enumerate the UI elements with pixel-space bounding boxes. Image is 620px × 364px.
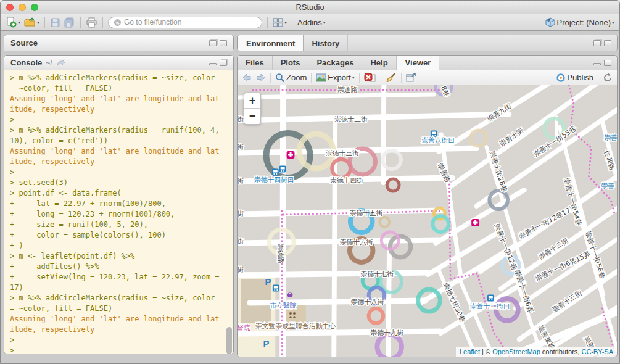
tab-packages[interactable]: Packages [308, 56, 362, 70]
viewer-pane: FilesPlotsPackagesHelpViewer Zoom [237, 55, 618, 357]
bus-wheel [281, 170, 282, 172]
license-link[interactable]: CC-BY-SA [581, 348, 613, 355]
attribution-separator: | [482, 348, 484, 355]
viewer-zoom-button[interactable]: Zoom [275, 73, 307, 83]
community-icon [293, 312, 296, 315]
bus-window [432, 132, 436, 134]
console-line: + lat = 22.97 + rnorm(100)/800, [10, 199, 233, 209]
publish-button[interactable]: Publish [556, 73, 593, 83]
refresh-icon[interactable] [603, 73, 613, 83]
export-image-icon [316, 73, 326, 82]
environment-pane: EnvironmentHistory [237, 35, 618, 51]
leaflet-map[interactable]: PP崇道路崇德十二街崇德十三街崇德十四街崇德十五街崇德十六街崇德十七街崇德十八街… [238, 85, 617, 357]
bus-wheel [283, 170, 284, 172]
goto-file-search[interactable] [108, 17, 262, 28]
console-share-arrow-icon [56, 59, 65, 67]
console-line: + color = sample(colors(), 100) [10, 230, 233, 241]
map-road [388, 241, 389, 357]
console-line: + addTiles() %>% [10, 262, 233, 272]
console-output[interactable]: > m %>% addCircleMarkers(radius = ~size,… [4, 70, 233, 354]
console-line: = ~color, fill = FALSE) [10, 83, 233, 94]
source-pane: Source [4, 35, 234, 51]
map-label: 崇德十五街 [349, 209, 382, 217]
leaflet-link[interactable]: Leaflet [460, 348, 480, 355]
workspace-panes-button[interactable]: ▾ [273, 18, 287, 27]
pane-maximize-icon[interactable] [604, 60, 611, 66]
open-in-new-window-icon[interactable] [406, 73, 416, 82]
clear-all-broom-icon[interactable] [386, 73, 397, 83]
console-line: + size = runif(100, 5, 20), [10, 220, 233, 230]
zoom-window-button[interactable] [31, 4, 38, 11]
map-zoom-out-button[interactable]: − [244, 109, 260, 124]
osm-link[interactable]: OpenStreetMap [492, 348, 540, 355]
minimize-button[interactable] [19, 4, 26, 11]
console-line: 10), color = c('red')) [10, 136, 233, 146]
tab-history[interactable]: History [304, 35, 348, 51]
environment-tabbar: EnvironmentHistory [238, 35, 617, 51]
console-working-dir[interactable]: ~/ [46, 59, 52, 67]
tab-files[interactable]: Files [238, 56, 273, 70]
map-label: 崇德十八街 [350, 298, 384, 306]
console-line: > m %>% addCircleMarkers(radius = runif(… [10, 125, 233, 136]
save-icon [50, 17, 60, 28]
new-file-button[interactable]: ▾ [6, 17, 20, 28]
pane-maximize-icon[interactable] [604, 40, 611, 46]
print-button[interactable] [86, 17, 97, 28]
parking-icon: P [263, 339, 270, 349]
addins-button[interactable]: Addins ▾ [297, 18, 326, 27]
source-maximize-icon[interactable] [220, 40, 227, 46]
map-zoom-control: + − [244, 93, 261, 125]
close-button[interactable] [6, 4, 14, 11]
console-line: + long = 120.23 + rnorm(100)/800, [10, 209, 233, 220]
console-line: Assuming 'long' and 'lat' are longitude … [10, 314, 233, 325]
new-file-caret: ▾ [18, 20, 20, 25]
goto-file-input[interactable] [124, 18, 257, 27]
toolbar-separator [267, 17, 268, 28]
community-icon [289, 312, 292, 315]
console-minimize-icon[interactable] [209, 63, 217, 65]
bus-wheel [276, 289, 278, 291]
tab-help[interactable]: Help [362, 56, 396, 70]
back-arrow-icon[interactable] [242, 73, 252, 82]
window-controls [6, 4, 38, 11]
map-zoom-in-button[interactable]: + [244, 93, 260, 109]
map-label: 崇德十三街 [326, 149, 359, 157]
console-line: > m %>% addCircleMarkers(radius = ~size,… [10, 73, 233, 83]
tab-viewer[interactable]: Viewer [397, 56, 440, 70]
export-button[interactable]: Export ▾ [316, 73, 355, 82]
console-line: > point.df <- data.frame( [10, 188, 233, 199]
project-caret: ▾ [612, 20, 614, 25]
print-icon [86, 17, 97, 28]
open-file-button[interactable]: ▾ [23, 17, 39, 28]
console-restore-icon[interactable] [220, 60, 227, 66]
map-label: 崇善八街口 [421, 136, 455, 144]
new-file-icon [6, 17, 17, 28]
forward-arrow-icon[interactable] [256, 73, 266, 82]
pane-restore-icon[interactable] [593, 40, 601, 46]
save-all-button[interactable] [64, 17, 75, 28]
bus-wheel [489, 299, 490, 300]
console-scrollbar-thumb[interactable] [226, 327, 232, 354]
map-label: 崇德十四街 [330, 176, 363, 184]
map-road [238, 94, 434, 97]
remove-viewer-item-icon[interactable] [364, 73, 376, 83]
svg-text:R: R [548, 19, 551, 22]
save-button[interactable] [50, 17, 60, 28]
map-attribution: Leaflet | © OpenStreetMap contributors, … [456, 347, 617, 357]
project-menu-button[interactable]: R Project: (None) ▾ [545, 17, 614, 27]
viewer-toolbar-separator [381, 73, 381, 83]
tab-plots[interactable]: Plots [273, 56, 309, 70]
bus-window [489, 296, 493, 299]
console-line: > [10, 167, 233, 178]
tab-environment[interactable]: Environment [238, 35, 304, 51]
viewer-zoom-label: Zoom [286, 73, 307, 82]
toolbar-separator [44, 17, 45, 28]
console-line: > m %>% addCircleMarkers(radius = ~size,… [10, 293, 233, 304]
pane-minimize-icon[interactable] [593, 63, 601, 65]
panes-caret: ▾ [284, 20, 287, 25]
bus-window [274, 286, 278, 289]
window-title: RStudio [296, 2, 324, 12]
map-label: 崇道路 [337, 86, 358, 94]
source-restore-icon[interactable] [209, 40, 217, 46]
map-label: 崇善 [601, 182, 614, 190]
